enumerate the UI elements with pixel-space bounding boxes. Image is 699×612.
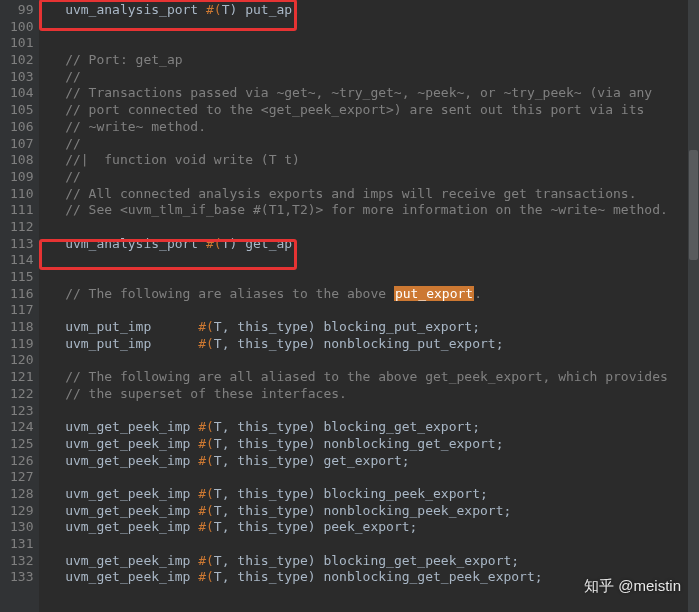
code-line[interactable]: // The following are all aliased to the … (49, 369, 699, 386)
code-line[interactable]: //| function void write (T t) (49, 152, 699, 169)
code-line[interactable] (49, 536, 699, 553)
code-line[interactable]: // (49, 169, 699, 186)
code-line[interactable]: // See <uvm_tlm_if_base #(T1,T2)> for mo… (49, 202, 699, 219)
line-number: 131 (10, 536, 33, 553)
code-line[interactable] (49, 219, 699, 236)
vertical-scrollbar-track[interactable] (688, 0, 699, 612)
code-line[interactable] (49, 352, 699, 369)
line-number: 106 (10, 119, 33, 136)
line-number-gutter: 9910010110210310410510610710810911011111… (0, 0, 39, 612)
line-number: 109 (10, 169, 33, 186)
line-number: 104 (10, 85, 33, 102)
line-number: 116 (10, 286, 33, 303)
vertical-scrollbar-thumb[interactable] (689, 150, 698, 260)
line-number: 132 (10, 553, 33, 570)
code-line[interactable]: uvm_analysis_port #(T) put_ap; (49, 2, 699, 19)
line-number: 119 (10, 336, 33, 353)
code-line[interactable] (49, 252, 699, 269)
code-line[interactable] (49, 469, 699, 486)
line-number: 121 (10, 369, 33, 386)
line-number: 114 (10, 252, 33, 269)
line-number: 124 (10, 419, 33, 436)
code-line[interactable]: uvm_get_peek_imp #(T, this_type) nonbloc… (49, 436, 699, 453)
code-line[interactable]: // Port: get_ap (49, 52, 699, 69)
line-number: 99 (10, 2, 33, 19)
code-line[interactable] (49, 35, 699, 52)
line-number: 120 (10, 352, 33, 369)
code-line[interactable]: uvm_get_peek_imp #(T, this_type) blockin… (49, 553, 699, 570)
line-number: 118 (10, 319, 33, 336)
line-number: 110 (10, 186, 33, 203)
line-number: 126 (10, 453, 33, 470)
line-number: 129 (10, 503, 33, 520)
line-number: 105 (10, 102, 33, 119)
code-line[interactable]: // (49, 136, 699, 153)
code-line[interactable]: uvm_get_peek_imp #(T, this_type) blockin… (49, 486, 699, 503)
line-number: 103 (10, 69, 33, 86)
line-number: 117 (10, 302, 33, 319)
code-line[interactable] (49, 403, 699, 420)
line-number: 100 (10, 19, 33, 36)
code-line[interactable] (49, 302, 699, 319)
code-line[interactable]: uvm_analysis_port #(T) get_ap; (49, 236, 699, 253)
line-number: 108 (10, 152, 33, 169)
code-line[interactable] (49, 269, 699, 286)
line-number: 122 (10, 386, 33, 403)
code-line[interactable] (49, 19, 699, 36)
code-line[interactable]: // (49, 69, 699, 86)
code-line[interactable]: // Transactions passed via ~get~, ~try_g… (49, 85, 699, 102)
line-number: 112 (10, 219, 33, 236)
code-line[interactable]: uvm_put_imp #(T, this_type) blocking_put… (49, 319, 699, 336)
line-number: 128 (10, 486, 33, 503)
line-number: 133 (10, 569, 33, 586)
code-line[interactable]: uvm_get_peek_imp #(T, this_type) nonbloc… (49, 503, 699, 520)
code-editor[interactable]: 9910010110210310410510610710810911011111… (0, 0, 699, 612)
code-line[interactable]: // ~write~ method. (49, 119, 699, 136)
line-number: 102 (10, 52, 33, 69)
code-line[interactable]: uvm_get_peek_imp #(T, this_type) blockin… (49, 419, 699, 436)
code-line[interactable]: uvm_get_peek_imp #(T, this_type) peek_ex… (49, 519, 699, 536)
line-number: 127 (10, 469, 33, 486)
code-line[interactable]: // The following are aliases to the abov… (49, 286, 699, 303)
watermark-text: 知乎 @meistin (584, 577, 681, 596)
line-number: 115 (10, 269, 33, 286)
line-number: 113 (10, 236, 33, 253)
code-line[interactable]: uvm_put_imp #(T, this_type) nonblocking_… (49, 336, 699, 353)
code-line[interactable]: // All connected analysis exports and im… (49, 186, 699, 203)
code-area[interactable]: uvm_analysis_port #(T) put_ap; // Port: … (39, 0, 699, 612)
line-number: 101 (10, 35, 33, 52)
line-number: 107 (10, 136, 33, 153)
line-number: 123 (10, 403, 33, 420)
line-number: 130 (10, 519, 33, 536)
code-line[interactable]: // port connected to the <get_peek_expor… (49, 102, 699, 119)
line-number: 111 (10, 202, 33, 219)
code-line[interactable]: uvm_get_peek_imp #(T, this_type) get_exp… (49, 453, 699, 470)
line-number: 125 (10, 436, 33, 453)
code-line[interactable]: // the superset of these interfaces. (49, 386, 699, 403)
